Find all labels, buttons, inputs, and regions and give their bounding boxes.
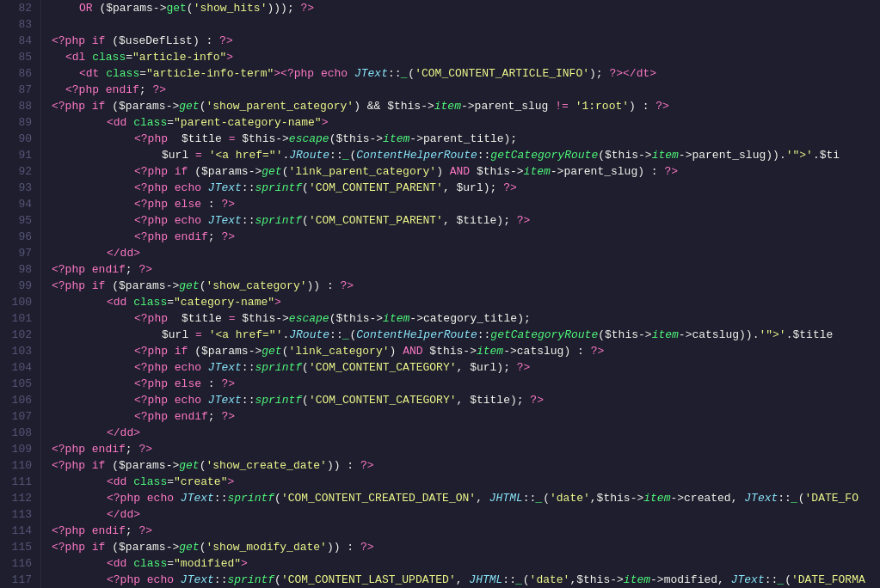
line-116: 116 [7,555,32,572]
line-95: 95 [7,212,32,229]
code-line-89: <dd class="parent-category-name"> [52,114,880,131]
code-line-113: </dd> [52,506,880,523]
line-99: 99 [7,278,32,294]
line-110: 110 [7,457,32,474]
line-106: 106 [7,392,32,408]
code-text-area[interactable]: OR ($params->get('show_hits'))); ?> <?ph… [41,0,880,588]
line-113: 113 [7,506,32,523]
code-line-111: <dd class="create"> [52,474,880,490]
line-82: 82 [7,0,32,16]
line-87: 87 [7,82,32,98]
code-line-99: <?php if ($params->get('show_category'))… [52,278,880,294]
line-96: 96 [7,229,32,245]
code-line-93: <?php echo JText::sprintf('COM_CONTENT_P… [52,180,880,196]
code-line-103: <?php if ($params->get('link_category') … [52,343,880,359]
code-line-85: <dl class="article-info"> [52,49,880,65]
line-111: 111 [7,474,32,490]
code-line-109: <?php endif; ?> [52,441,880,457]
line-115: 115 [7,539,32,555]
code-line-94: <?php else : ?> [52,196,880,212]
line-number-gutter: 82 83 84 85 86 87 88 89 90 91 92 93 94 9… [0,0,41,588]
code-line-104: <?php echo JText::sprintf('COM_CONTENT_C… [52,359,880,376]
line-93: 93 [7,180,32,196]
code-line-112: <?php echo JText::sprintf('COM_CONTENT_C… [52,490,880,506]
line-108: 108 [7,425,32,441]
line-117: 117 [7,572,32,588]
code-line-88: <?php if ($params->get('show_parent_cate… [52,98,880,114]
code-line-117: <?php echo JText::sprintf('COM_CONTENT_L… [52,572,880,588]
line-90: 90 [7,131,32,147]
line-112: 112 [7,490,32,506]
line-84: 84 [7,33,32,49]
line-105: 105 [7,376,32,392]
code-line-115: <?php if ($params->get('show_modify_date… [52,539,880,555]
code-line-100: <dd class="category-name"> [52,294,880,310]
code-line-102: $url = '<a href="' . JRoute::_( ContentH… [52,327,880,343]
line-89: 89 [7,114,32,131]
code-line-101: <?php $title = $this->escape($this->item… [52,310,880,327]
line-107: 107 [7,408,32,425]
code-line-84: <?php if ($useDefList) : ?> [52,33,880,49]
line-92: 92 [7,163,32,180]
code-line-98: <?php endif; ?> [52,261,880,278]
line-86: 86 [7,65,32,82]
line-97: 97 [7,245,32,261]
code-line-110: <?php if ($params->get('show_create_date… [52,457,880,474]
code-line-106: <?php echo JText::sprintf('COM_CONTENT_C… [52,392,880,408]
code-line-107: <?php endif; ?> [52,408,880,425]
code-line-105: <?php else : ?> [52,376,880,392]
line-102: 102 [7,327,32,343]
code-line-83 [52,16,880,33]
code-line-91: $url = '<a href="' . JRoute::_( ContentH… [52,147,880,163]
line-114: 114 [7,523,32,539]
code-line-114: <?php endif; ?> [52,523,880,539]
line-91: 91 [7,147,32,163]
code-line-108: </dd> [52,425,880,441]
code-line-92: <?php if ($params->get('link_parent_cate… [52,163,880,180]
line-100: 100 [7,294,32,310]
code-editor: 82 83 84 85 86 87 88 89 90 91 92 93 94 9… [0,0,880,588]
line-88: 88 [7,98,32,114]
code-line-96: <?php endif; ?> [52,229,880,245]
line-85: 85 [7,49,32,65]
line-104: 104 [7,359,32,376]
code-line-116: <dd class="modified"> [52,555,880,572]
line-109: 109 [7,441,32,457]
line-103: 103 [7,343,32,359]
code-line-95: <?php echo JText::sprintf('COM_CONTENT_P… [52,212,880,229]
line-101: 101 [7,310,32,327]
line-98: 98 [7,261,32,278]
code-line-87: <?php endif; ?> [52,82,880,98]
line-83: 83 [7,16,32,33]
code-line-97: </dd> [52,245,880,261]
line-94: 94 [7,196,32,212]
code-line-82: OR ($params->get('show_hits'))); ?> [52,0,880,16]
code-line-90: <?php $title = $this->escape($this->item… [52,131,880,147]
code-line-86: <dt class="article-info-term"> <?php ech… [52,65,880,82]
